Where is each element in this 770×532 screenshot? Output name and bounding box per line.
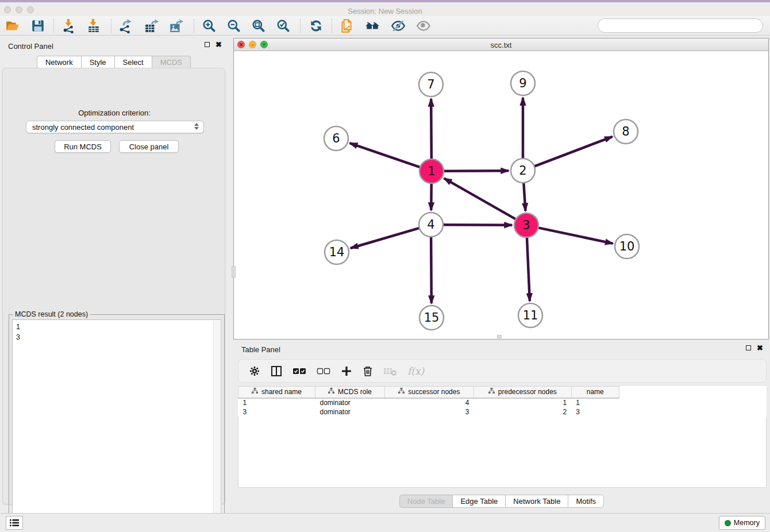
show-all-icon[interactable] [414, 18, 433, 34]
graph-node-10[interactable]: 10 [615, 234, 639, 259]
graph-edge-4-15[interactable] [431, 237, 432, 303]
graph-node-4[interactable]: 4 [419, 213, 443, 237]
control-panel-tabs: NetworkStyleSelectMCDS [0, 56, 228, 69]
table-cell[interactable]: dominator [315, 407, 384, 417]
column-header-name[interactable]: name [571, 387, 619, 398]
table-cell[interactable]: dominator [315, 398, 384, 407]
graph-edge-2-8[interactable] [534, 137, 613, 167]
open-session-icon[interactable] [3, 18, 22, 34]
mcds-result-text[interactable]: 1 3 [12, 319, 221, 528]
zoom-fit-icon[interactable] [249, 18, 268, 34]
graph-node-15[interactable]: 15 [419, 306, 444, 330]
table-row[interactable]: 1dominator411 [238, 398, 767, 407]
delete-table-icon[interactable] [383, 364, 397, 379]
table-row[interactable]: 3dominator323 [238, 407, 767, 417]
main-toolbar: ⚲ [0, 16, 770, 36]
export-network-icon[interactable] [116, 18, 134, 34]
function-builder-icon[interactable]: f(x) [407, 365, 424, 377]
graph-node-1[interactable]: 1 [419, 159, 444, 183]
table-cell[interactable]: 2 [473, 407, 571, 417]
graph-edge-4-3[interactable] [443, 225, 512, 225]
graph-node-7[interactable]: 7 [419, 72, 443, 97]
graph-node-9[interactable]: 9 [511, 71, 535, 95]
svg-text:10: 10 [619, 240, 635, 253]
save-session-icon[interactable] [29, 18, 47, 34]
mcds-result-group: MCDS result (2 nodes) 1 3 [9, 314, 225, 531]
graph-edge-4-14[interactable] [351, 228, 419, 248]
graph-edge-1-6[interactable] [350, 143, 420, 167]
node-table-header: shared nameMCDS rolesuccessor nodesprede… [238, 387, 767, 398]
close-panel-icon[interactable]: ✖ [215, 42, 222, 47]
graph-node-8[interactable]: 8 [614, 119, 638, 144]
graph-edge-1-7[interactable] [431, 99, 432, 159]
memory-button[interactable]: Memory [719, 516, 765, 530]
mcds-result-title: MCDS result (2 nodes) [13, 310, 90, 318]
column-header-predecessor-nodes[interactable]: predecessor nodes [473, 387, 571, 398]
show-column-icon[interactable] [271, 364, 282, 379]
run-mcds-button[interactable]: Run MCDS [55, 140, 111, 153]
zoom-selected-icon[interactable] [274, 18, 292, 34]
export-table-icon[interactable] [142, 18, 160, 34]
graph-edge-3-11[interactable] [527, 237, 530, 301]
copy-network-icon[interactable] [337, 18, 356, 34]
criterion-select[interactable]: strongly connected component [26, 121, 204, 133]
tab-network-table[interactable]: Network Table [505, 495, 568, 508]
graph-node-2[interactable]: 2 [511, 159, 535, 183]
column-header-shared-name[interactable]: shared name [238, 387, 315, 398]
table-panel-title: Table Panel [241, 345, 280, 354]
table-cell[interactable]: 1 [571, 398, 619, 407]
graph-node-11[interactable]: 11 [518, 303, 542, 327]
column-header-successor-nodes[interactable]: successor nodes [384, 387, 473, 398]
graph-edge-1-2[interactable] [444, 171, 509, 171]
table-cell[interactable]: 1 [238, 398, 315, 407]
scrollbar-track[interactable] [213, 321, 220, 528]
task-history-icon[interactable] [6, 516, 23, 530]
unselect-all-columns-icon[interactable] [317, 364, 330, 379]
tab-network[interactable]: Network [37, 56, 81, 69]
search-input[interactable] [598, 18, 763, 33]
refresh-layout-icon[interactable] [307, 18, 325, 34]
tab-node-table[interactable]: Node Table [399, 495, 453, 508]
delete-column-icon[interactable] [363, 364, 373, 379]
graph-node-14[interactable]: 14 [325, 240, 349, 264]
criterion-value: strongly connected component [32, 123, 134, 132]
tab-select[interactable]: Select [114, 56, 152, 69]
import-network-icon[interactable] [60, 18, 78, 34]
table-cell[interactable]: 3 [238, 407, 315, 417]
table-cell[interactable]: 3 [384, 407, 473, 417]
zoom-out-icon[interactable] [225, 18, 243, 34]
network-graph-canvas[interactable]: 7968124314101511 [234, 51, 768, 340]
column-header-MCDS-role[interactable]: MCDS role [315, 387, 384, 398]
first-neighbors-icon[interactable] [363, 18, 382, 34]
graph-edge-3-1[interactable] [444, 178, 516, 219]
import-table-icon[interactable] [84, 18, 103, 34]
splitter-handle[interactable] [232, 266, 236, 277]
hide-selected-icon[interactable] [389, 18, 407, 34]
tab-edge-table[interactable]: Edge Table [452, 495, 505, 508]
close-table-panel-icon[interactable]: ✖ [757, 345, 763, 350]
select-all-columns-icon[interactable] [292, 364, 306, 379]
network-window-titlebar[interactable]: ✕ – + scc.txt [234, 38, 768, 51]
mcds-panel: Optimization criterion: strongly connect… [2, 68, 225, 504]
close-panel-button[interactable]: Close panel [119, 140, 179, 153]
tab-mcds[interactable]: MCDS [152, 56, 191, 69]
tab-style[interactable]: Style [81, 56, 114, 69]
graph-edge-3-10[interactable] [538, 228, 613, 243]
graph-node-3[interactable]: 3 [514, 213, 538, 237]
zoom-in-icon[interactable] [200, 18, 218, 34]
svg-text:8: 8 [622, 125, 629, 138]
float-table-panel-icon[interactable] [746, 345, 751, 350]
graph-edge-2-3[interactable] [523, 183, 525, 211]
table-cell[interactable]: 1 [473, 398, 571, 407]
table-settings-icon[interactable] [249, 364, 260, 379]
create-column-icon[interactable] [341, 364, 352, 379]
graph-edge-1-4[interactable] [431, 183, 432, 210]
float-panel-icon[interactable] [205, 42, 210, 47]
table-cell[interactable]: 3 [571, 407, 619, 417]
svg-text:4: 4 [427, 218, 434, 232]
export-image-icon[interactable] [167, 18, 185, 34]
tab-motifs[interactable]: Motifs [568, 495, 604, 508]
table-cell[interactable]: 4 [384, 398, 473, 407]
resize-handle[interactable] [497, 335, 502, 338]
graph-node-6[interactable]: 6 [324, 126, 348, 151]
